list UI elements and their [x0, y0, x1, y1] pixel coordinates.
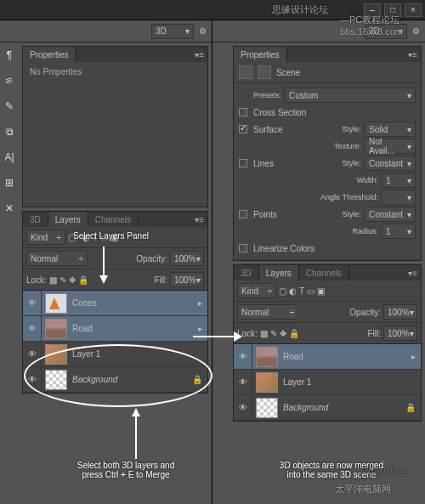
- opacity-label: Opacity:: [136, 254, 167, 263]
- tool-crossed[interactable]: ✕: [2, 201, 17, 216]
- mode-label: 3D: [369, 26, 380, 36]
- lock-label: Lock:: [237, 329, 258, 338]
- tool-type[interactable]: A|: [2, 150, 17, 165]
- surface-style-dropdown[interactable]: Solid▾: [365, 122, 416, 137]
- lock-trans-icon[interactable]: ▩: [49, 275, 57, 285]
- layer-row-background[interactable]: 👁 Background 🔒: [23, 367, 207, 393]
- visibility-icon[interactable]: 👁: [23, 367, 42, 392]
- surface-label: Surface: [253, 125, 282, 134]
- points-style-dropdown[interactable]: Constant▾: [365, 207, 416, 222]
- lock-trans-icon[interactable]: ▩: [260, 329, 268, 338]
- panel-menu-icon[interactable]: ▾≡: [405, 269, 421, 278]
- lock-paint-icon[interactable]: ✎: [60, 275, 66, 285]
- blend-mode[interactable]: Normal÷: [237, 304, 298, 320]
- visibility-icon[interactable]: 👁: [23, 342, 42, 366]
- scene-mesh-icon[interactable]: [258, 65, 271, 79]
- lock-move-icon[interactable]: ✥: [280, 329, 286, 338]
- layer-thumb: [256, 347, 278, 367]
- chevron-icon: ▸: [406, 352, 421, 361]
- width-input[interactable]: 1▾: [382, 173, 416, 188]
- filter-smart-icon[interactable]: ▣: [317, 286, 325, 296]
- layer-name: Cones: [71, 298, 193, 308]
- lock-all-icon[interactable]: 🔒: [289, 329, 299, 338]
- maximize-button[interactable]: □: [384, 3, 401, 17]
- layer-row-road[interactable]: 👁 Road ▸: [23, 316, 207, 342]
- visibility-icon[interactable]: 👁: [234, 344, 252, 369]
- style-label: Style:: [319, 125, 361, 133]
- properties-panel: Properties ▾≡ Scene Presets: Custom▾ Cro…: [233, 46, 422, 261]
- properties-tab[interactable]: Properties: [23, 47, 76, 62]
- lock-all-icon[interactable]: 🔒: [78, 275, 88, 285]
- angle-input[interactable]: ▾: [382, 190, 416, 205]
- filter-pixel-icon[interactable]: ▢: [279, 286, 286, 296]
- layer-row-cones[interactable]: 👁 Cones ▸: [23, 291, 207, 316]
- layer-name: Background: [71, 375, 187, 384]
- visibility-icon[interactable]: 👁: [234, 370, 252, 394]
- lines-checkbox[interactable]: [239, 159, 247, 167]
- tool-clone[interactable]: ⧉: [2, 124, 17, 139]
- filter-type-icon[interactable]: T: [299, 286, 304, 296]
- close-button[interactable]: ×: [405, 3, 422, 17]
- presets-dropdown[interactable]: Custom▾: [285, 88, 416, 103]
- layer-row-road[interactable]: 👁 Road ▸: [234, 344, 421, 370]
- tool-character[interactable]: ꠵: [2, 73, 17, 88]
- chevron-down-icon: ▾: [185, 26, 190, 36]
- kind-filter[interactable]: Kind÷: [26, 229, 65, 245]
- opacity-input[interactable]: 100%▾: [383, 304, 417, 320]
- cross-section-checkbox[interactable]: [239, 108, 247, 116]
- mode-dropdown[interactable]: 3D ▾: [151, 24, 194, 39]
- opacity-input[interactable]: 100%▾: [170, 251, 204, 266]
- layer-name: Layer 1: [281, 377, 421, 387]
- minimize-button[interactable]: ‒: [364, 3, 381, 17]
- cross-section-label: Cross Section: [253, 108, 306, 117]
- visibility-icon[interactable]: 👁: [234, 395, 252, 420]
- tab-channels[interactable]: Channels: [299, 265, 349, 280]
- opacity-label: Opacity:: [349, 308, 381, 317]
- texture-label: Texture:: [310, 142, 361, 150]
- layer-row[interactable]: 👁 Layer 1: [23, 342, 207, 367]
- blend-mode[interactable]: Normal÷: [26, 251, 88, 266]
- lock-move-icon[interactable]: ✥: [69, 275, 76, 285]
- filter-adjust-icon[interactable]: ◐: [289, 286, 297, 296]
- linearize-checkbox[interactable]: [239, 244, 247, 252]
- presets-label: Presets:: [239, 91, 281, 99]
- gear-icon[interactable]: ⚙: [412, 26, 420, 36]
- lines-style-dropdown[interactable]: Constant▾: [365, 156, 416, 171]
- layer-row-background[interactable]: 👁 Background 🔒: [234, 395, 421, 421]
- properties-tab[interactable]: Properties: [234, 47, 287, 62]
- lock-icon: 🔒: [400, 403, 421, 412]
- tool-swatches[interactable]: ⊞: [2, 175, 17, 190]
- tool-paragraph[interactable]: ¶: [2, 48, 17, 63]
- texture-dropdown[interactable]: Not Avail...▾: [365, 139, 416, 154]
- fill-input[interactable]: 100%▾: [170, 272, 204, 287]
- fill-label: Fill:: [367, 329, 381, 338]
- filter-shape-icon[interactable]: ▭: [307, 286, 314, 296]
- tab-3d[interactable]: 3D: [23, 212, 48, 227]
- tab-3d[interactable]: 3D: [234, 265, 259, 280]
- linearize-label: Linearize Colors: [253, 244, 314, 253]
- kind-filter[interactable]: Kind÷: [237, 283, 276, 298]
- tool-brush[interactable]: ✎: [2, 99, 17, 114]
- panel-menu-icon[interactable]: ▾≡: [191, 50, 207, 59]
- panel-menu-icon[interactable]: ▾≡: [405, 50, 421, 59]
- fill-input[interactable]: 100%▾: [383, 326, 417, 341]
- panel-menu-icon[interactable]: ▾≡: [191, 215, 207, 224]
- points-checkbox[interactable]: [239, 210, 247, 218]
- tab-layers[interactable]: Layers: [48, 212, 88, 227]
- annotation-2: Select both 3D layers and press Ctrl + E…: [66, 461, 185, 479]
- surface-checkbox[interactable]: [239, 125, 247, 133]
- width-label: Width:: [327, 176, 378, 184]
- layer-thumb: [256, 398, 278, 418]
- tab-layers[interactable]: Layers: [259, 265, 299, 280]
- visibility-icon[interactable]: 👁: [23, 316, 42, 341]
- visibility-icon[interactable]: 👁: [23, 291, 42, 315]
- scene-label: Scene: [276, 68, 300, 77]
- scene-env-icon[interactable]: [239, 65, 252, 79]
- tab-channels[interactable]: Channels: [88, 212, 139, 227]
- gear-icon[interactable]: ⚙: [199, 26, 207, 36]
- style-label: Style:: [319, 159, 361, 167]
- radius-input[interactable]: 1▾: [382, 224, 416, 239]
- mode-dropdown[interactable]: 3D ▾: [365, 24, 407, 39]
- layer-row[interactable]: 👁 Layer 1: [234, 370, 421, 395]
- lock-paint-icon[interactable]: ✎: [270, 329, 277, 338]
